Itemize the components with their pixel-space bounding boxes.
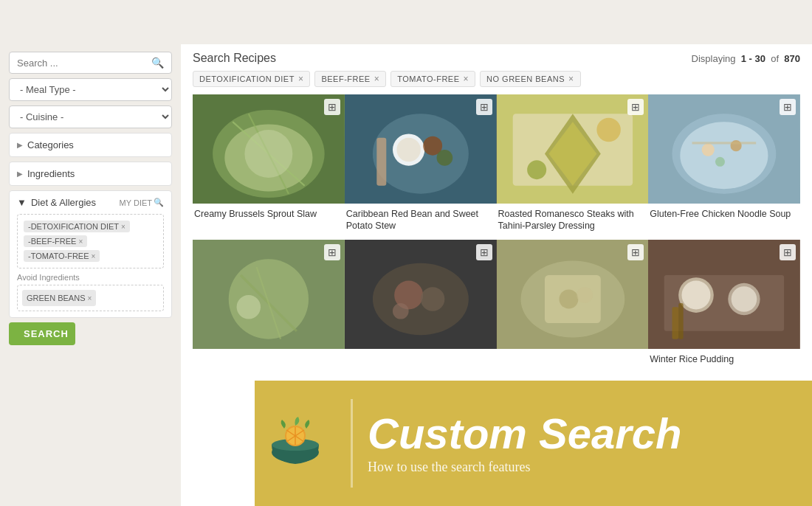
svg-point-34 — [421, 287, 444, 311]
filter-chip-greenbeans-remove[interactable]: × — [568, 74, 574, 84]
search-box: 🔍 — [9, 52, 172, 74]
svg-point-40 — [577, 287, 593, 303]
displaying-range: 1 - 30 — [741, 53, 765, 64]
recipe-card-7[interactable]: ⊞ — [497, 240, 649, 372]
recipe-name-4: Gluten-Free Chicken Noodle Soup — [648, 204, 800, 227]
search-icon: 🔍 — [151, 57, 164, 69]
svg-point-17 — [596, 118, 620, 142]
recipes-grid: ⊞ Creamy Brussels Sprout Slaw — [181, 94, 812, 372]
recipe-card-2[interactable]: ⊞ Caribbean Red Bean and Sweet Potato St… — [345, 94, 497, 240]
categories-label: Categories — [27, 139, 74, 150]
main-area: Search Recipes Displaying 1 - 30 of 870 … — [181, 44, 812, 506]
recipes-title: Search Recipes — [193, 52, 276, 65]
logo-bowl-icon — [266, 414, 325, 473]
diet-label: Diet & Allergies — [31, 197, 96, 208]
sidebar: 🔍 - Meal Type - - Cuisine - ▶ Categories… — [0, 44, 181, 506]
add-recipe-3-icon[interactable]: ⊞ — [627, 99, 644, 115]
svg-point-30 — [237, 295, 261, 319]
diet-tag-tomato-remove[interactable]: × — [92, 252, 96, 260]
svg-point-5 — [244, 130, 292, 178]
diet-tag-detox-remove[interactable]: × — [121, 223, 125, 231]
diet-tag-detox-label: -DETOXIFICATION DIET — [28, 222, 119, 231]
banner-subtitle: How to use the search features — [368, 460, 812, 475]
diet-tag-tomato-label: -TOMATO-FREE — [28, 252, 89, 260]
add-recipe-6-icon[interactable]: ⊞ — [476, 244, 492, 260]
recipe-card-1[interactable]: ⊞ Creamy Brussels Sprout Slaw — [193, 94, 345, 240]
add-recipe-4-icon[interactable]: ⊞ — [780, 99, 796, 115]
filter-chip-tomato-remove[interactable]: × — [464, 74, 469, 84]
diet-section: ▼ Diet & Allergies MY DIET 🔍 -DETOXIFICA… — [9, 190, 172, 318]
add-recipe-2-icon[interactable]: ⊞ — [476, 99, 492, 115]
svg-point-35 — [393, 302, 409, 319]
svg-point-21 — [681, 122, 768, 189]
filter-chip-detox-remove[interactable]: × — [298, 74, 304, 84]
my-diet-label: MY DIET — [120, 198, 152, 207]
add-recipe-7-icon[interactable]: ⊞ — [627, 244, 644, 260]
svg-point-44 — [682, 280, 711, 309]
filter-chip-beef: BEEF-FREE × — [314, 71, 386, 87]
recipe-image-3 — [497, 94, 649, 204]
recipes-wrapper: ⊞ Creamy Brussels Sprout Slaw — [181, 94, 812, 506]
recipe-name-5 — [193, 349, 345, 361]
diet-tag-beef-label: -BEEF-FREE — [28, 237, 76, 246]
filter-chip-detox: DETOXIFICATION DIET × — [193, 71, 310, 87]
add-recipe-5-icon[interactable]: ⊞ — [324, 244, 340, 260]
avoid-tag-greenbeans: GREEN BEANS × — [22, 290, 96, 306]
svg-rect-25 — [692, 142, 757, 144]
diet-tag-beef: -BEEF-FREE × — [24, 235, 87, 247]
avoid-tag-greenbeans-label: GREEN BEANS — [27, 294, 85, 302]
displaying-text: Displaying — [692, 53, 736, 64]
recipe-card-6[interactable]: ⊞ — [345, 240, 497, 372]
search-input[interactable] — [17, 58, 147, 69]
recipe-name-6 — [345, 349, 497, 361]
svg-rect-48 — [678, 302, 683, 339]
recipe-image-8 — [648, 240, 800, 349]
banner-text: Custom Search How to use the search feat… — [368, 412, 812, 475]
diet-tag-beef-remove[interactable]: × — [78, 238, 83, 246]
recipe-name-2: Caribbean Red Bean and Sweet Potato Stew — [345, 204, 497, 240]
recipe-name-8: Winter Rice Pudding — [648, 349, 800, 372]
recipe-card-3[interactable]: ⊞ Roasted Romanesco Steaks with Tahini-P… — [497, 94, 649, 240]
recipe-image-7 — [497, 240, 649, 349]
avoid-label: Avoid Ingredients — [17, 273, 164, 282]
recipe-card-8[interactable]: ⊞ Winter Rice Pudding — [648, 240, 800, 372]
my-diet-button[interactable]: MY DIET 🔍 — [120, 198, 164, 207]
add-recipe-8-icon[interactable]: ⊞ — [780, 244, 796, 260]
categories-header[interactable]: ▶ Categories — [10, 134, 171, 156]
diet-header[interactable]: ▼ Diet & Allergies MY DIET 🔍 — [17, 197, 164, 208]
ingredients-header[interactable]: ▶ Ingredients — [10, 162, 171, 185]
svg-rect-47 — [672, 307, 679, 339]
svg-point-9 — [396, 138, 420, 162]
svg-point-12 — [436, 150, 453, 166]
cuisine-select[interactable]: - Cuisine - — [9, 105, 172, 128]
recipes-header: Search Recipes Displaying 1 - 30 of 870 — [181, 44, 812, 71]
filter-chip-greenbeans-label: NO GREEN BEANS — [486, 74, 565, 83]
ingredients-arrow-icon: ▶ — [17, 170, 23, 178]
main-content: 🔍 - Meal Type - - Cuisine - ▶ Categories… — [0, 44, 812, 506]
recipe-name-1: Creamy Brussels Sprout Slaw — [193, 204, 345, 227]
ingredients-section: ▶ Ingredients — [9, 162, 172, 186]
diet-tags-container: -DETOXIFICATION DIET × -BEEF-FREE × -TOM… — [17, 214, 164, 268]
svg-point-39 — [559, 289, 578, 308]
active-filters: DETOXIFICATION DIET × BEEF-FREE × TOMATO… — [181, 71, 812, 94]
filter-chip-beef-remove[interactable]: × — [374, 74, 380, 84]
filter-chip-tomato: TOMATO-FREE × — [390, 71, 475, 87]
svg-point-24 — [715, 157, 725, 167]
recipe-card-4[interactable]: ⊞ Gluten-Free Chicken Noodle Soup — [648, 94, 800, 240]
diet-arrow-icon: ▼ — [17, 197, 27, 208]
add-recipe-1-icon[interactable]: ⊞ — [324, 99, 340, 115]
custom-search-banner[interactable]: Custom Search How to use the search feat… — [255, 381, 812, 506]
recipe-name-3: Roasted Romanesco Steaks with Tahini-Par… — [497, 204, 649, 240]
recipe-card-5[interactable]: ⊞ — [193, 240, 345, 372]
categories-section: ▶ Categories — [9, 133, 172, 157]
recipe-image-5 — [193, 240, 345, 349]
ingredients-label: Ingredients — [27, 168, 75, 179]
recipe-image-6 — [345, 240, 497, 349]
filter-chip-detox-label: DETOXIFICATION DIET — [199, 74, 295, 83]
banner-divider — [351, 399, 353, 488]
search-button[interactable]: SEARCH — [9, 322, 75, 345]
avoid-tag-greenbeans-remove[interactable]: × — [87, 294, 92, 302]
meal-type-select[interactable]: - Meal Type - — [9, 78, 172, 101]
filter-chip-tomato-label: TOMATO-FREE — [397, 74, 459, 83]
displaying-total: 870 — [784, 53, 800, 64]
